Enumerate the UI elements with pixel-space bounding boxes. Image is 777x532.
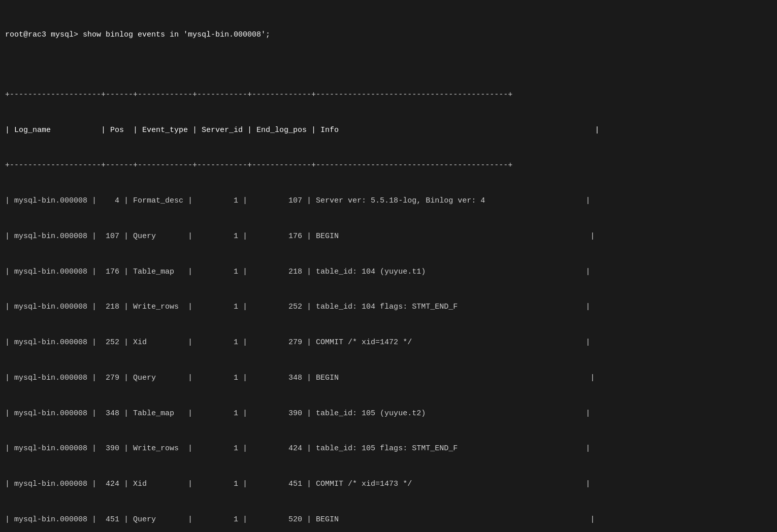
table-row: | mysql-bin.000008 | 4 | Format_desc | 1… xyxy=(5,195,772,207)
table-row: | mysql-bin.000008 | 348 | Table_map | 1… xyxy=(5,408,772,419)
table-row: | mysql-bin.000008 | 218 | Write_rows | … xyxy=(5,301,772,313)
terminal-window: root@rac3 mysql> show binlog events in '… xyxy=(5,5,772,532)
table-row: | mysql-bin.000008 | 390 | Write_rows | … xyxy=(5,443,772,454)
table-row: | mysql-bin.000008 | 451 | Query | 1 | 5… xyxy=(5,514,772,525)
separator-top: +--------------------+------+-----------… xyxy=(5,89,772,101)
command-line: root@rac3 mysql> show binlog events in '… xyxy=(5,29,772,41)
separator-header: +--------------------+------+-----------… xyxy=(5,159,772,171)
table-row: | mysql-bin.000008 | 252 | Xid | 1 | 279… xyxy=(5,337,772,348)
table-row: | mysql-bin.000008 | 107 | Query | 1 | 1… xyxy=(5,230,772,242)
table-row: | mysql-bin.000008 | 176 | Table_map | 1… xyxy=(5,266,772,278)
table-row: | mysql-bin.000008 | 279 | Query | 1 | 3… xyxy=(5,372,772,384)
table-output: +--------------------+------+-----------… xyxy=(5,65,772,532)
table-row: | mysql-bin.000008 | 424 | Xid | 1 | 451… xyxy=(5,478,772,490)
table-header: | Log_name | Pos | Event_type | Server_i… xyxy=(5,124,772,136)
